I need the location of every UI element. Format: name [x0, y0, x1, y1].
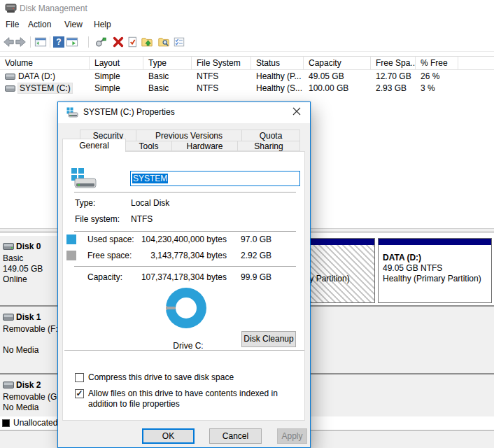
col-pct-free[interactable]: % Free	[416, 57, 458, 70]
compress-checkbox-label[interactable]: Compress this drive to save disk space	[88, 372, 298, 383]
cell-capacity: 49.05 GB	[304, 71, 371, 83]
col-file-system[interactable]: File System	[192, 57, 251, 70]
drive-icon-large	[71, 167, 97, 191]
toolbar-separator	[30, 36, 31, 48]
volume-icon	[5, 74, 15, 80]
partition-size: 49.05 GB NTFS	[383, 263, 442, 273]
type-label: Type:	[75, 198, 95, 208]
separator	[74, 231, 296, 232]
menu-file[interactable]: File	[6, 20, 19, 29]
free-space-swatch	[66, 251, 76, 260]
help-icon[interactable]: ?	[52, 35, 66, 49]
ok-button[interactable]: OK	[142, 428, 195, 444]
rescan-disks-icon[interactable]	[94, 35, 108, 49]
apply-button[interactable]: Apply	[277, 428, 307, 444]
primary-partition-bar	[379, 239, 491, 245]
capacity-bytes: 107,374,178,304 bytes	[136, 272, 227, 282]
disk-name: Disk 1	[16, 312, 41, 322]
used-space-label: Used space:	[87, 234, 134, 244]
disk-name: Disk 0	[16, 241, 41, 251]
index-checkbox-label[interactable]: Allow files on this drive to have conten…	[88, 388, 306, 410]
col-free-space[interactable]: Free Spa...	[371, 57, 416, 70]
col-volume[interactable]: Volume	[0, 57, 90, 70]
folder-search-icon[interactable]	[157, 35, 171, 49]
cell-file-system: NTFS	[192, 71, 251, 83]
file-system-value: NTFS	[131, 214, 153, 224]
help-glyph: ?	[56, 37, 61, 47]
unallocated-swatch	[2, 419, 10, 427]
drive-usage-donut	[166, 288, 206, 328]
dialog-title: SYSTEM (C:) Properties	[83, 107, 175, 117]
menu-action[interactable]: Action	[28, 20, 51, 29]
drive-icon	[66, 107, 78, 118]
delete-volume-icon[interactable]	[111, 35, 125, 49]
capacity-gb: 99.9 GB	[241, 272, 271, 282]
cell-type: Basic	[143, 71, 192, 83]
cancel-button[interactable]: Cancel	[209, 428, 262, 444]
checklist-icon[interactable]	[172, 35, 186, 49]
tab-previous-versions[interactable]: Previous Versions	[136, 130, 242, 141]
capacity-label: Capacity:	[87, 272, 122, 282]
free-space-gb: 2.92 GB	[241, 251, 271, 260]
show-console-tree-icon[interactable]	[34, 35, 48, 49]
col-capacity[interactable]: Capacity	[304, 57, 371, 70]
window-titlebar: Disk Management	[0, 0, 494, 17]
cell-layout: Simple	[90, 71, 143, 83]
col-layout[interactable]: Layout	[90, 57, 143, 70]
drive-label: Drive C:	[157, 341, 220, 351]
disk-icon	[3, 382, 14, 388]
partition-data[interactable]: DATA (D:) 49.05 GB NTFS Healthy (Primary…	[378, 238, 492, 303]
donut-hole	[176, 298, 197, 318]
tab-quota[interactable]: Quota	[241, 130, 300, 141]
disk-name: Disk 2	[16, 380, 41, 390]
tab-hardware[interactable]: Hardware	[171, 141, 238, 151]
close-icon[interactable]	[285, 103, 309, 120]
volume-icon	[5, 85, 15, 92]
volume-name-selected: SYSTEM (C:)	[18, 83, 72, 93]
volume-label-input[interactable]: SYSTEM	[130, 171, 300, 186]
forward-icon[interactable]	[14, 35, 28, 49]
toolbar-separator	[88, 36, 89, 48]
toolbar: ?	[0, 33, 494, 52]
file-system-label: File system:	[75, 214, 120, 224]
cell-pct-free: 26 %	[416, 71, 458, 83]
table-row-data[interactable]: DATA (D:) Simple Basic NTFS Healthy (P..…	[0, 71, 494, 83]
partition-name: DATA (D:)	[383, 253, 421, 262]
separator	[64, 350, 304, 351]
tab-general[interactable]: General	[62, 139, 126, 152]
volume-name: DATA (D:)	[18, 71, 55, 81]
compress-checkbox[interactable]	[75, 373, 84, 382]
app-icon	[5, 4, 17, 13]
disk-cleanup-button[interactable]: Disk Cleanup	[241, 331, 296, 347]
disk-icon	[3, 243, 14, 250]
properties-check-icon[interactable]	[125, 35, 139, 49]
table-row-system[interactable]: SYSTEM (C:) Simple Basic NTFS Healthy (S…	[0, 83, 494, 94]
used-space-swatch	[66, 234, 76, 244]
type-value: Local Disk	[131, 198, 169, 208]
show-action-pane-icon[interactable]	[65, 35, 79, 49]
legend-unallocated-label: Unallocated	[13, 418, 57, 428]
used-space-bytes: 104,230,400,000 bytes	[136, 234, 227, 244]
col-type[interactable]: Type	[143, 57, 192, 70]
back-icon[interactable]	[1, 35, 15, 49]
cell-file-system: NTFS	[192, 83, 251, 94]
cell-layout: Simple	[90, 83, 143, 94]
cell-free-space: 2.93 GB	[371, 83, 416, 94]
col-status[interactable]: Status	[251, 57, 304, 70]
separator	[74, 192, 296, 192]
index-checkbox[interactable]: ✓	[75, 389, 84, 398]
separator	[74, 266, 296, 267]
tab-sharing[interactable]: Sharing	[237, 141, 300, 151]
menu-view[interactable]: View	[64, 20, 83, 29]
disk-management-window: Disk Management File Action View Help ?	[0, 0, 494, 448]
cell-pct-free: 3 %	[416, 83, 458, 94]
tab-tools[interactable]: Tools	[125, 141, 172, 151]
menu-help[interactable]: Help	[94, 20, 111, 29]
volume-label-selected-text: SYSTEM	[132, 174, 168, 183]
volume-list-header: Volume Layout Type File System Status Ca…	[0, 57, 494, 70]
dialog-titlebar[interactable]: SYSTEM (C:) Properties	[58, 102, 310, 123]
folder-up-icon[interactable]	[140, 35, 154, 49]
disk-icon	[3, 314, 14, 321]
cell-capacity: 100.00 GB	[304, 83, 371, 94]
cell-status: Healthy (S...	[251, 83, 304, 94]
